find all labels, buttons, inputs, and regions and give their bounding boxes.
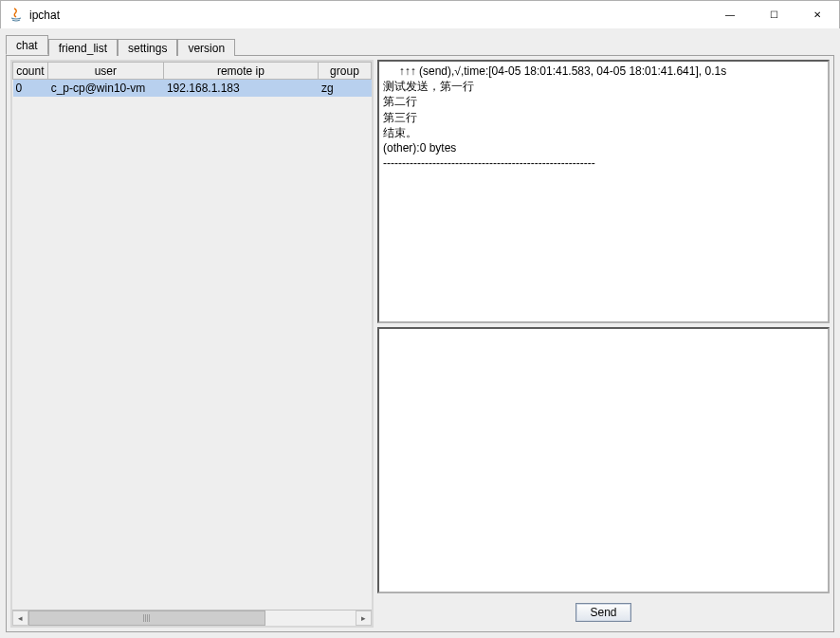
peer-table[interactable]: count user remote ip group 0 c_p-cp@win1… [12, 62, 372, 97]
header-user[interactable]: user [47, 63, 163, 80]
header-ip[interactable]: remote ip [163, 63, 318, 80]
scroll-right-icon[interactable]: ▸ [356, 611, 372, 626]
peer-table-empty-area [12, 97, 372, 611]
tab-friend-list[interactable]: friend_list [48, 39, 118, 56]
peer-list-pane: count user remote ip group 0 c_p-cp@win1… [10, 60, 374, 628]
window-title: ipchat [29, 9, 60, 22]
message-input[interactable] [377, 327, 830, 593]
tab-bar: chat friend_list settings version [6, 34, 834, 55]
table-row[interactable]: 0 c_p-cp@win10-vm 192.168.1.183 zg [13, 80, 372, 97]
scroll-left-icon[interactable]: ◂ [12, 611, 28, 626]
content-frame: chat friend_list settings version count … [0, 28, 840, 638]
header-group[interactable]: group [318, 63, 371, 80]
close-button[interactable]: ✕ [795, 1, 839, 29]
chat-pane: ↑↑↑ (send),√,time:[04-05 18:01:41.583, 0… [377, 60, 830, 628]
cell-user: c_p-cp@win10-vm [47, 80, 163, 97]
send-button[interactable]: Send [575, 603, 630, 622]
send-row: Send [377, 597, 830, 628]
tab-settings[interactable]: settings [118, 39, 177, 56]
cell-ip: 192.168.1.183 [163, 80, 318, 97]
peer-table-header: count user remote ip group [13, 63, 372, 80]
tab-version[interactable]: version [177, 39, 235, 56]
titlebar: ipchat — ☐ ✕ [1, 1, 839, 29]
tab-body: count user remote ip group 0 c_p-cp@win1… [6, 55, 834, 632]
header-count[interactable]: count [13, 63, 48, 80]
java-icon [9, 8, 24, 23]
scroll-thumb[interactable] [28, 611, 265, 626]
cell-count: 0 [13, 80, 48, 97]
scroll-track[interactable] [28, 611, 356, 626]
tab-chat[interactable]: chat [6, 35, 48, 55]
horizontal-scrollbar[interactable]: ◂ ▸ [12, 610, 372, 626]
maximize-button[interactable]: ☐ [752, 1, 795, 29]
minimize-button[interactable]: — [708, 1, 752, 29]
cell-group: zg [318, 80, 371, 97]
message-log[interactable]: ↑↑↑ (send),√,time:[04-05 18:01:41.583, 0… [377, 60, 830, 323]
